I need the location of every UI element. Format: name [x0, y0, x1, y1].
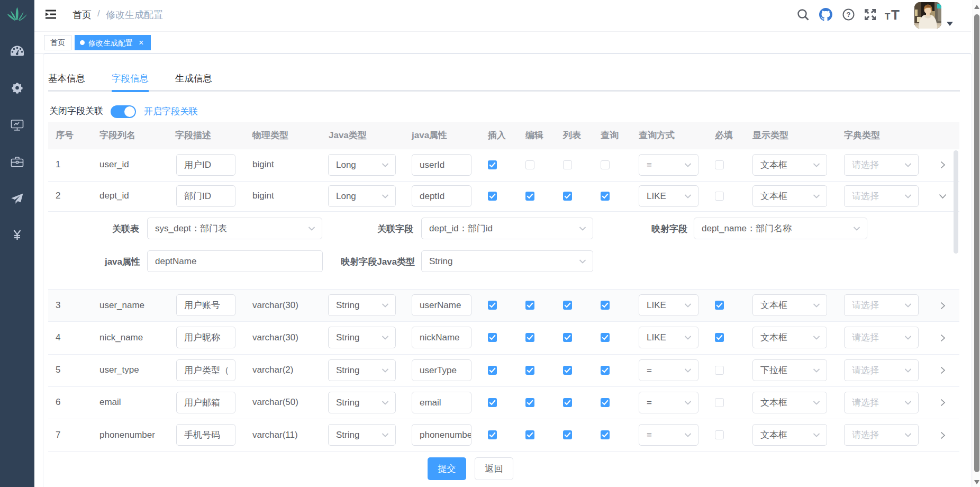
svg-text:?: ? [847, 11, 851, 19]
